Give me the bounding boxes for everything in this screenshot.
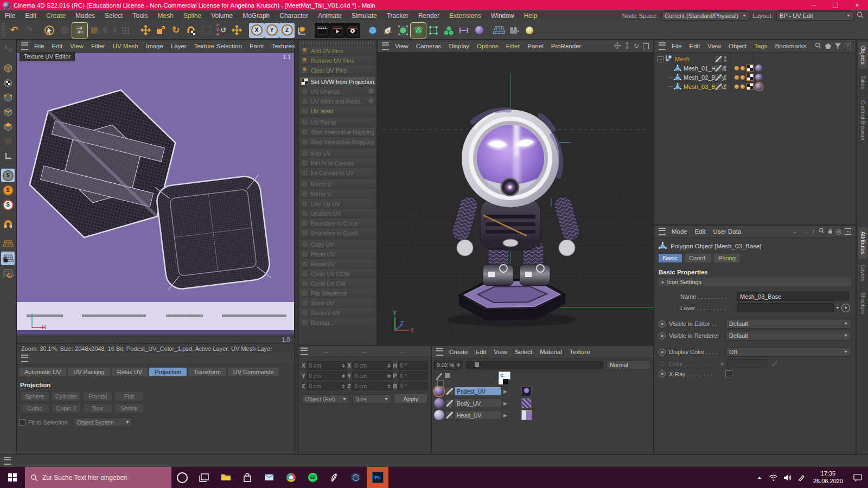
taskbar-search-input[interactable]: Zur Suche Text hier eingeben [25, 467, 171, 488]
minimize-button[interactable] [803, 0, 825, 10]
track-mode-icon[interactable]: ◎ [836, 228, 841, 235]
file-explorer-icon[interactable] [215, 467, 237, 488]
axis-mode-icon[interactable] [1, 149, 15, 163]
phong-tag-icon[interactable] [735, 85, 739, 89]
material-zoom-value[interactable]: 9.02 % [434, 361, 463, 370]
move-tool-icon[interactable] [138, 23, 153, 38]
fill-swatch-icon[interactable] [445, 373, 450, 378]
uv-menu-texture-selection[interactable]: Texture Selection [190, 43, 246, 49]
menu-mograph[interactable]: MoGraph [238, 12, 275, 20]
points-mode-icon[interactable] [1, 91, 15, 104]
viewport-menu-cameras[interactable]: Cameras [412, 43, 445, 49]
model-tool-icon[interactable] [57, 23, 72, 38]
tab-uv-packing[interactable]: UV Packing [68, 368, 110, 376]
slider-handle[interactable] [475, 362, 479, 367]
search-icon[interactable] [815, 42, 821, 50]
apply-button[interactable]: Apply [394, 394, 427, 404]
viewport-menu-prorender[interactable]: ProRender [547, 43, 585, 49]
maximize-button[interactable] [825, 0, 846, 10]
coordinate-field-p[interactable]: 0 ° [398, 371, 427, 380]
menu-tracker[interactable]: Tracker [382, 12, 413, 20]
coordinate-field-z[interactable]: 0 cm [307, 382, 347, 390]
hamburger-icon[interactable] [659, 228, 666, 235]
object-row-mesh-01-head[interactable]: Mesh_01_Head [654, 63, 856, 73]
uv-command-fit-uv-to-canvas[interactable]: Fit UV to Canvas [299, 158, 375, 168]
axis-move-icon[interactable] [229, 23, 244, 38]
chevron-down-icon[interactable] [836, 307, 839, 309]
material-preview-sphere[interactable] [434, 398, 444, 408]
gear-icon[interactable] [368, 88, 374, 95]
scale-tool-icon[interactable] [153, 23, 168, 38]
visible-in-editor-select[interactable]: Default [725, 319, 851, 329]
viewport-menu-panel[interactable]: Panel [524, 43, 547, 49]
visibility-dots-icon[interactable] [724, 56, 726, 62]
sphere-button[interactable]: Sphere [20, 391, 49, 401]
redo-icon[interactable]: ↷ [22, 23, 37, 38]
uv-setup-icon[interactable] [411, 23, 426, 38]
magnet-icon[interactable] [1, 217, 15, 231]
material-edit-icon[interactable] [446, 388, 453, 395]
icon-settings-row[interactable]: ▸Icon Settings [659, 278, 851, 286]
hamburger-icon[interactable] [4, 457, 11, 465]
uv-command-boundary-to-quad[interactable]: Boundary to Quad [299, 228, 375, 237]
menu-animate[interactable]: Animate [313, 12, 347, 20]
hamburger-icon[interactable] [21, 355, 28, 362]
render-view-icon[interactable] [315, 23, 330, 38]
workflow-icon[interactable]: → [103, 23, 118, 38]
uv-menu-edit[interactable]: Edit [48, 43, 67, 49]
visibility-dots-icon[interactable] [724, 66, 726, 71]
cylinder-button[interactable]: Cylinder [52, 391, 81, 401]
flat-button[interactable]: Flat [114, 391, 144, 401]
edit-toggle-icon[interactable] [715, 56, 722, 62]
coordinate-field-x[interactable]: 0 cm [352, 361, 393, 370]
y-axis-lock-icon[interactable]: Y [264, 23, 279, 38]
phong-tag-icon[interactable] [735, 66, 739, 70]
uv-island-cube[interactable] [155, 175, 271, 291]
modeling-objects-icon[interactable] [441, 23, 456, 38]
material-menu-view[interactable]: View [490, 349, 511, 355]
uv-command-set-uvw-from-projection[interactable]: Set UVW from Projection... [299, 77, 375, 86]
frontal-button[interactable]: Frontal [83, 391, 112, 401]
material-texture-thumb[interactable] [521, 398, 532, 408]
uv-command-uv-unwrap[interactable]: UV Unwrap... [299, 87, 375, 96]
object-menu-tags[interactable]: Tags [750, 43, 771, 49]
uv-editor-tab[interactable]: Texture UV Editor [20, 53, 75, 61]
phong-tag-icon[interactable] [735, 75, 739, 80]
coords-mode-select[interactable]: Object (Rel) [302, 394, 349, 404]
material-texture-thumb[interactable] [521, 410, 532, 420]
viewport-menu-display[interactable]: Display [445, 43, 473, 49]
uv-command-flip-sequence[interactable]: Flip Sequence [299, 288, 375, 298]
menu-window[interactable]: Window [486, 12, 519, 20]
uv-menu-filter[interactable]: Filter [87, 43, 109, 49]
object-row-mesh-02-body[interactable]: Mesh_02_Body [654, 73, 856, 82]
axis-modify-icon[interactable] [183, 23, 199, 38]
attr-tab-basic[interactable]: Basic [659, 254, 682, 262]
volume-icon[interactable] [471, 23, 487, 38]
material-row-body-uv[interactable]: Body_UV▶ [434, 397, 653, 409]
uv-command-copy-uv[interactable]: Copy UV [299, 240, 375, 249]
side-tab-structure[interactable]: Structure [858, 288, 867, 319]
attribute-menu-mode[interactable]: Mode [668, 228, 691, 235]
spline-pen-icon[interactable] [380, 23, 395, 38]
menu-volume[interactable]: Volume [206, 12, 238, 20]
gear-icon[interactable] [368, 98, 374, 105]
task-view-icon[interactable] [193, 467, 215, 488]
object-row-mesh-03-base[interactable]: Mesh_03_Base [654, 82, 856, 91]
tab-automatic-uv[interactable]: Automatic UV [19, 368, 66, 376]
material-menu-material[interactable]: Material [536, 349, 566, 355]
node-space-select[interactable]: Current (Standard/Physical) [661, 11, 749, 21]
mask-layer-thumb[interactable] [499, 379, 508, 384]
pen-icon[interactable] [795, 467, 809, 488]
snap-toggle-icon[interactable]: S [1, 169, 15, 182]
light-icon[interactable] [522, 23, 537, 38]
wifi-icon[interactable] [767, 467, 781, 488]
viewport-canvas[interactable]: Y X Z [378, 53, 653, 346]
material-menu-create[interactable]: Create [445, 349, 472, 355]
uvw-tag-icon[interactable] [746, 74, 754, 81]
x-axis-lock-icon[interactable]: X [249, 23, 264, 38]
menu-simulate[interactable]: Simulate [347, 12, 382, 20]
side-tab-content-browser[interactable]: Content Browser [858, 96, 867, 145]
cubic-button[interactable]: Cubic [20, 403, 49, 413]
name-field[interactable]: Mesh_03_Base [737, 292, 849, 301]
box-button[interactable]: Box [83, 403, 112, 413]
